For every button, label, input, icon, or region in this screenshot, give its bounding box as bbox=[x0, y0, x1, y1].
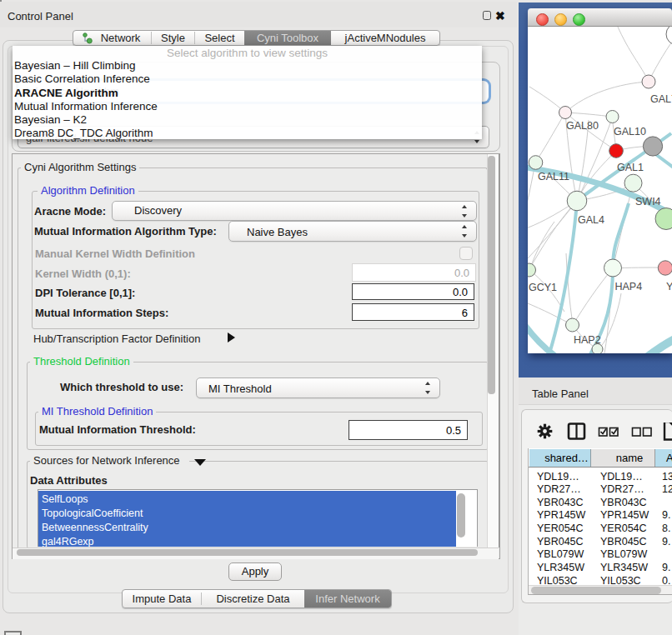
svg-text:HAP4: HAP4 bbox=[615, 281, 643, 292]
svg-text:GAL10: GAL10 bbox=[614, 126, 646, 138]
svg-text:YJ: YJ bbox=[666, 281, 672, 292]
svg-text:GAL80: GAL80 bbox=[566, 120, 599, 132]
svg-text:GAL4: GAL4 bbox=[578, 214, 604, 226]
svg-text:GCY1: GCY1 bbox=[529, 282, 557, 293]
svg-text:GAL11: GAL11 bbox=[538, 171, 569, 182]
svg-text:GAL1: GAL1 bbox=[617, 162, 644, 173]
svg-text:SWI4: SWI4 bbox=[635, 196, 661, 208]
svg-text:HAP2: HAP2 bbox=[574, 334, 601, 346]
svg-text:GAL7: GAL7 bbox=[650, 93, 672, 105]
